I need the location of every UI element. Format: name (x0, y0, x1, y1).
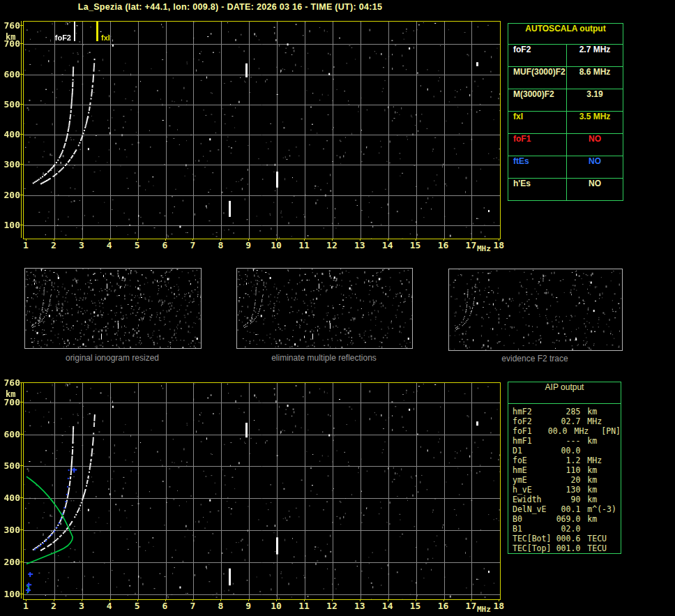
autoscala-output-table: AUTOSCALA output foF22.7 MHzMUF(3000)F28… (508, 23, 623, 201)
fof2-marker-label: foF2 (50, 33, 71, 42)
thumb-f2trace-ionogram (448, 269, 623, 351)
y-tick (20, 562, 23, 562)
aip-param-value: 90 (556, 495, 581, 504)
aip-param-value: 20 (556, 475, 581, 485)
aip-param-unit: km (580, 407, 619, 416)
y-tick-label: 600 (1, 69, 20, 80)
y-tick (20, 225, 23, 225)
x-tick (443, 239, 444, 241)
x-tick-label: 1 (23, 601, 29, 611)
autoscala-row-foF1: foF1NO (508, 134, 623, 156)
y-tick (20, 164, 23, 165)
x-tick (304, 239, 305, 241)
y-axis-line (21, 21, 22, 238)
thumb-f2trace-caption: evidence F2 trace (448, 354, 621, 363)
aip-row-foF2: foF202.7MHz (513, 416, 621, 426)
x-tick-label: 8 (218, 240, 223, 250)
aip-param-label: hmF2 (513, 407, 556, 416)
y-tick (20, 497, 23, 498)
x-tick-label: 16 (438, 240, 449, 250)
x-tick-label: 15 (410, 601, 421, 611)
x-tick-label: 4 (107, 240, 112, 250)
x-tick (388, 599, 388, 601)
y-tick (20, 594, 23, 594)
x-tick-label: 5 (135, 601, 140, 611)
aip-param-unit: m^(-3) (580, 504, 619, 514)
autoscala-param-label: h'Es (508, 179, 567, 200)
x-tick-label: 9 (245, 601, 251, 611)
y-tick-label: 700 (1, 38, 20, 49)
aip-table-header: AIP output (508, 382, 621, 404)
aip-param-value: 02.7 (556, 416, 581, 426)
autoscala-param-value: NO (567, 156, 623, 178)
x-tick (388, 239, 388, 241)
x-tick (54, 599, 54, 601)
aip-param-label: Ewidth (513, 495, 556, 504)
aip-param-note (619, 475, 621, 485)
autoscala-param-label: foF2 (508, 45, 567, 66)
y-tick-label: 300 (1, 525, 20, 535)
thumb-original-caption: original ionogram resized (24, 353, 200, 363)
autoscala-screen: La_Spezia (lat: +44.1, lon: 009.8) - DAT… (0, 0, 675, 616)
x-tick (332, 599, 333, 601)
autoscala-param-value: NO (567, 134, 623, 156)
autoscala-table-rows: foF22.7 MHzMUF(3000)F28.6 MHzM(3000)F23.… (508, 45, 623, 200)
aip-param-note (619, 504, 621, 514)
aip-row-TEC[Bot]: TEC[Bot]000.6TECU (513, 534, 621, 543)
aip-param-label: foE (513, 456, 556, 465)
autoscala-row-h'Es: h'EsNO (508, 179, 623, 200)
x-tick-label: 6 (162, 601, 168, 611)
aip-param-value: 00.0 (547, 426, 568, 436)
y-tick-label: 400 (1, 129, 20, 140)
x-tick-label: 5 (135, 240, 140, 250)
autoscala-param-label: MUF(3000)F2 (508, 67, 567, 89)
x-tick (192, 599, 193, 601)
x-tick (82, 599, 82, 601)
aip-param-label: DelN_vE (513, 504, 556, 514)
fof2-marker-line (74, 22, 75, 41)
aip-param-label: TEC[Top] (513, 543, 556, 553)
x-tick-label: 10 (271, 240, 282, 250)
aip-row-B1: B102.0 (513, 524, 621, 534)
autoscala-row-foF2: foF22.7 MHz (508, 45, 623, 67)
aip-param-value: 285 (556, 407, 581, 416)
aip-param-label: B0 (513, 514, 556, 524)
aip-row-B0: B0069.0km (513, 514, 621, 524)
y-tick (20, 529, 23, 530)
x-tick (220, 599, 221, 601)
autoscala-row-fxI: fxI3.5 MHz (508, 112, 623, 134)
aip-param-unit: km (580, 436, 619, 446)
aip-param-note: [PN] (600, 426, 621, 436)
aip-param-note (619, 543, 621, 553)
aip-param-unit: MHz (567, 426, 600, 436)
aip-param-unit: MHz (580, 416, 619, 426)
x-tick (416, 599, 416, 601)
aip-param-value: 02.0 (556, 524, 581, 534)
autoscala-row-M(3000)F2: M(3000)F23.19 (508, 89, 623, 112)
x-tick (276, 599, 277, 601)
x-tick (220, 239, 221, 241)
x-tick-label: 3 (79, 601, 84, 611)
main-ionogram-panel: foF2 fxI (23, 21, 501, 239)
y-tick-label: 100 (1, 589, 20, 599)
x-tick-label: 14 (382, 240, 393, 250)
main-x-axis-unit-label: MHz (477, 244, 491, 253)
thumb-filtered-ionogram (236, 268, 413, 349)
aip-param-note (619, 485, 621, 495)
aip-param-note (619, 534, 621, 543)
x-tick-label: 18 (493, 240, 504, 250)
page-title: La_Spezia (lat: +44.1, lon: 009.8) - DAT… (0, 2, 460, 12)
x-tick (26, 599, 26, 601)
x-tick (471, 239, 471, 241)
y-tick-label: 200 (1, 190, 20, 200)
autoscala-param-value: 3.19 (567, 89, 623, 111)
x-tick (248, 239, 249, 241)
y-tick (20, 134, 23, 135)
y-tick (20, 104, 23, 105)
aip-param-unit: km (580, 485, 619, 495)
thumb-original-ionogram (24, 268, 202, 349)
x-tick (137, 239, 138, 241)
aip-row-ymE: ymE20km (513, 475, 621, 485)
x-tick-label: 11 (298, 601, 310, 611)
x-tick-label: 15 (410, 240, 421, 250)
